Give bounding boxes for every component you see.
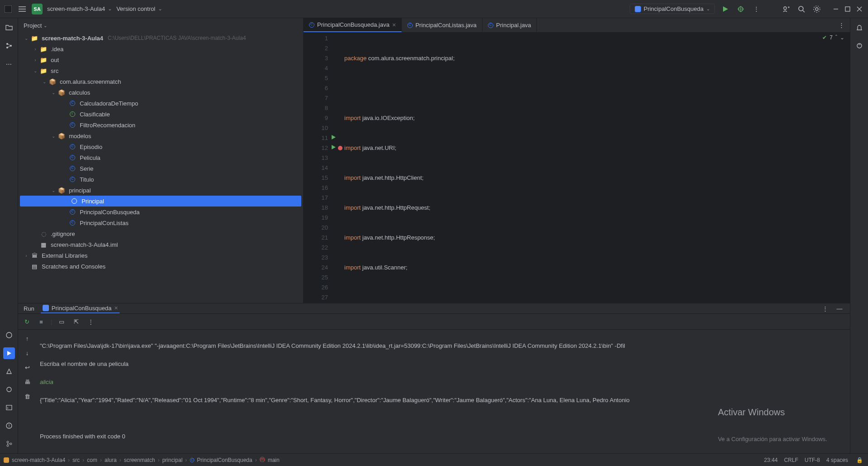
tree-item-selected[interactable]: Principal	[20, 196, 301, 207]
close-button[interactable]	[854, 4, 864, 14]
editor-tab[interactable]: PrincipalConListas.java	[402, 18, 482, 32]
indent-info[interactable]: 4 spaces	[826, 457, 848, 463]
code-with-me-icon[interactable]	[781, 4, 791, 14]
tree-item[interactable]: FiltroRecomendacion	[18, 120, 303, 130]
svg-marker-25	[7, 351, 11, 356]
services-tool-button[interactable]	[3, 329, 15, 341]
terminal-tool-button[interactable]	[3, 402, 15, 413]
run-tool-button[interactable]	[3, 347, 15, 359]
export-button[interactable]: ⇱	[71, 317, 81, 327]
print-icon[interactable]: 🖶	[22, 377, 32, 387]
readonly-lock-icon[interactable]: 🔒	[854, 455, 864, 465]
main-menu-icon[interactable]	[17, 4, 27, 14]
more-actions-icon[interactable]: ⋮	[751, 4, 761, 14]
clear-icon[interactable]: 🗑	[22, 391, 32, 401]
soft-wrap-icon[interactable]: ↩	[22, 362, 32, 372]
breadcrumb-item[interactable]: main	[268, 457, 280, 463]
breadcrumb-item[interactable]: com	[87, 457, 97, 463]
tree-item[interactable]: Titulo	[18, 174, 303, 185]
breadcrumb-item[interactable]: alura	[105, 457, 117, 463]
settings-icon[interactable]	[812, 4, 822, 14]
breadcrumb[interactable]: screen-match-3-Aula4› src› com› alura› s…	[4, 456, 280, 464]
tree-item-src[interactable]: ⌄📁src	[18, 65, 303, 76]
run-tab-active[interactable]: PrincipalConBusqueda×	[41, 303, 120, 313]
code-content[interactable]: package com.alura.screenmatch.principal;…	[333, 33, 850, 303]
ai-tool-button[interactable]	[854, 40, 865, 52]
tree-item[interactable]: Serie	[18, 163, 303, 174]
run-more-icon[interactable]: ⋮	[820, 303, 830, 313]
tree-item[interactable]: Episodio	[18, 141, 303, 152]
run-gutter-icon[interactable]	[331, 135, 336, 140]
tree-item-pkg[interactable]: ⌄📦com.alura.screenmatch	[18, 76, 303, 87]
close-tab-icon[interactable]: ×	[392, 21, 396, 29]
editor-tab-active[interactable]: PrincipalConBusqueda.java×	[304, 18, 402, 32]
breakpoint-icon[interactable]	[338, 146, 342, 150]
editor-more-icon[interactable]: ⋮	[836, 20, 846, 30]
breadcrumb-item[interactable]: screenmatch	[124, 457, 155, 463]
stop-button[interactable]: ■	[36, 317, 46, 327]
console-line: Escriba el nombre de una pelicula	[40, 360, 846, 369]
nav-up-icon[interactable]: ˆ	[835, 34, 837, 41]
run-more-button[interactable]: ⋮	[86, 317, 96, 327]
tree-item-principal[interactable]: ⌄📦principal	[18, 185, 303, 196]
layout-button[interactable]: ▭	[57, 317, 67, 327]
tree-item-calculos[interactable]: ⌄📦calculos	[18, 87, 303, 98]
maximize-button[interactable]	[843, 4, 853, 14]
search-icon[interactable]	[796, 4, 806, 14]
breadcrumb-item[interactable]: principal	[162, 457, 183, 463]
vcs-dropdown[interactable]: Version control	[116, 5, 162, 12]
tab-label: PrincipalConBusqueda.java	[317, 21, 390, 28]
tree-item[interactable]: Pelicula	[18, 152, 303, 163]
tree-item[interactable]: Clasificable	[18, 109, 303, 120]
breadcrumb-item[interactable]: src	[72, 457, 80, 463]
structure-tool-button[interactable]	[3, 40, 15, 52]
tree-label: Serie	[80, 165, 93, 172]
breadcrumb-item[interactable]: PrincipalConBusqueda	[197, 457, 252, 463]
hide-panel-icon[interactable]: —	[834, 303, 844, 313]
problems-tool-button[interactable]	[3, 420, 15, 432]
notifications-tool-button[interactable]	[854, 22, 865, 34]
project-tool-button[interactable]	[3, 22, 15, 34]
minimize-button[interactable]	[831, 4, 841, 14]
run-button[interactable]	[720, 4, 730, 14]
tree-label: principal	[69, 187, 91, 194]
tree-item-gitignore[interactable]: ◌.gitignore	[18, 228, 303, 239]
svg-marker-4	[723, 6, 728, 12]
vcs-tool-button[interactable]	[3, 438, 15, 450]
tree-item-out[interactable]: ›📁out	[18, 54, 303, 65]
console-output[interactable]: "C:\Program Files\Java\jdk-17\bin\java.e…	[36, 330, 850, 466]
watermark-sub: Ve a Configuración para activar Windows.	[718, 435, 827, 444]
app-icon	[4, 5, 13, 14]
project-panel-header[interactable]: Project ⌄	[18, 18, 303, 33]
file-encoding[interactable]: UTF-8	[805, 457, 820, 463]
breadcrumb-item[interactable]: screen-match-3-Aula4	[12, 457, 65, 463]
tree-item[interactable]: CalculadoraDeTiempo	[18, 98, 303, 109]
rerun-button[interactable]: ↻	[22, 317, 32, 327]
line-separator[interactable]: CRLF	[784, 457, 798, 463]
tree-item-modelos[interactable]: ⌄📦modelos	[18, 130, 303, 141]
nav-down-icon[interactable]: ⌄	[840, 34, 844, 41]
tree-item-iml[interactable]: ▦screen-match-3-Aula4.iml	[18, 239, 303, 250]
build-tool-button[interactable]	[3, 365, 15, 377]
tree-root[interactable]: ⌄📁screen-match-3-Aula4C:\Users\DELL\PRAC…	[18, 33, 303, 43]
tree-item[interactable]: PrincipalConBusqueda	[18, 207, 303, 217]
run-gutter-icon[interactable]	[331, 144, 336, 150]
tree-item-extlib[interactable]: ›🏛External Libraries	[18, 250, 303, 261]
scroll-down-icon[interactable]: ↓	[22, 348, 32, 358]
close-tab-icon[interactable]: ×	[114, 304, 118, 312]
problems-indicator[interactable]: ✔7ˆ⌄	[822, 34, 844, 41]
editor-tab[interactable]: Principal.java	[482, 18, 537, 32]
run-config-selector[interactable]: PrincipalConBusqueda ⌄	[630, 4, 715, 14]
scroll-up-icon[interactable]: ↑	[22, 333, 32, 343]
more-tool-button[interactable]: ⋯	[3, 58, 15, 70]
tree-item-scratches[interactable]: ▤Scratches and Consoles	[18, 261, 303, 272]
project-tree[interactable]: ⌄📁screen-match-3-Aula4C:\Users\DELL\PRAC…	[18, 33, 303, 303]
debug-tool-button[interactable]	[3, 384, 15, 395]
tree-item[interactable]: PrincipalConListas	[18, 217, 303, 228]
cursor-position[interactable]: 23:44	[764, 457, 778, 463]
debug-button[interactable]	[736, 4, 746, 14]
svg-rect-27	[6, 405, 12, 410]
project-selector[interactable]: screen-match-3-Aula4	[47, 5, 112, 12]
code-editor[interactable]: ✔7ˆ⌄ 1 2 3 4 5 6 7 8 9 10 11 12 13 14 15…	[304, 33, 850, 303]
tree-item-idea[interactable]: ›📁.idea	[18, 43, 303, 54]
